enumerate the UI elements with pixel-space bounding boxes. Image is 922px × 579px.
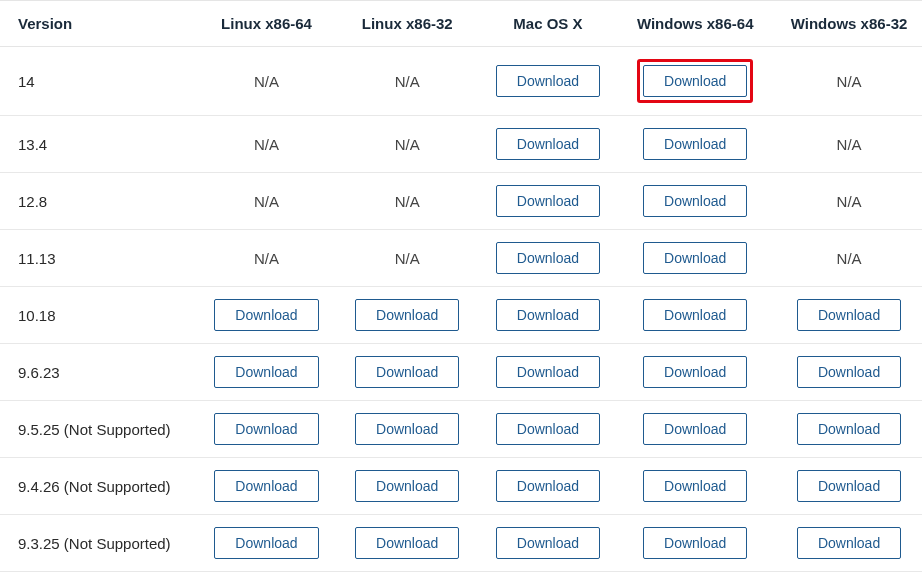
cell-linux32: Download: [333, 515, 474, 572]
na-label: N/A: [837, 73, 862, 90]
col-header-version: Version: [0, 1, 192, 47]
cell-win32: Download: [768, 344, 922, 401]
cell-linux32: N/A: [333, 173, 474, 230]
cell-macosx: Download: [474, 515, 615, 572]
table-row: 14N/AN/ADownloadDownloadN/A: [0, 47, 922, 116]
download-button-win64[interactable]: Download: [643, 413, 747, 445]
table-row: 10.18DownloadDownloadDownloadDownloadDow…: [0, 287, 922, 344]
cell-win64: Download: [614, 173, 768, 230]
na-label: N/A: [254, 73, 279, 90]
cell-macosx: Download: [474, 47, 615, 116]
cell-macosx: Download: [474, 287, 615, 344]
download-button-win64[interactable]: Download: [643, 185, 747, 217]
cell-win64: Download: [614, 401, 768, 458]
na-label: N/A: [395, 250, 420, 267]
cell-win32: N/A: [768, 47, 922, 116]
cell-macosx: Download: [474, 344, 615, 401]
table-row: 9.3.25 (Not Supported)DownloadDownloadDo…: [0, 515, 922, 572]
download-button-linux64[interactable]: Download: [214, 470, 318, 502]
cell-linux64: Download: [192, 401, 333, 458]
col-header-linux32: Linux x86-32: [333, 1, 474, 47]
na-label: N/A: [395, 193, 420, 210]
version-cell: 12.8: [0, 173, 192, 230]
download-button-linux64[interactable]: Download: [214, 527, 318, 559]
downloads-table: Version Linux x86-64 Linux x86-32 Mac OS…: [0, 0, 922, 572]
download-button-linux32[interactable]: Download: [355, 470, 459, 502]
cell-linux32: Download: [333, 401, 474, 458]
cell-win32: N/A: [768, 230, 922, 287]
download-button-linux64[interactable]: Download: [214, 299, 318, 331]
download-button-linux32[interactable]: Download: [355, 356, 459, 388]
download-button-win32[interactable]: Download: [797, 470, 901, 502]
na-label: N/A: [837, 136, 862, 153]
table-row: 9.6.23DownloadDownloadDownloadDownloadDo…: [0, 344, 922, 401]
download-button-win64[interactable]: Download: [643, 128, 747, 160]
cell-linux32: N/A: [333, 116, 474, 173]
version-cell: 10.18: [0, 287, 192, 344]
cell-linux64: N/A: [192, 47, 333, 116]
download-button-macosx[interactable]: Download: [496, 356, 600, 388]
cell-win64: Download: [614, 515, 768, 572]
download-button-macosx[interactable]: Download: [496, 527, 600, 559]
col-header-linux64: Linux x86-64: [192, 1, 333, 47]
cell-win32: Download: [768, 515, 922, 572]
cell-win32: Download: [768, 287, 922, 344]
cell-linux64: Download: [192, 287, 333, 344]
col-header-macosx: Mac OS X: [474, 1, 615, 47]
cell-win32: Download: [768, 458, 922, 515]
download-button-linux64[interactable]: Download: [214, 356, 318, 388]
na-label: N/A: [395, 73, 420, 90]
download-button-linux64[interactable]: Download: [214, 413, 318, 445]
col-header-win32: Windows x86-32: [768, 1, 922, 47]
na-label: N/A: [395, 136, 420, 153]
cell-linux64: Download: [192, 344, 333, 401]
table-row: 11.13N/AN/ADownloadDownloadN/A: [0, 230, 922, 287]
cell-win32: N/A: [768, 116, 922, 173]
cell-win64: Download: [614, 47, 768, 116]
download-button-win32[interactable]: Download: [797, 299, 901, 331]
na-label: N/A: [837, 193, 862, 210]
download-button-macosx[interactable]: Download: [496, 299, 600, 331]
download-button-macosx[interactable]: Download: [496, 185, 600, 217]
na-label: N/A: [837, 250, 862, 267]
download-button-macosx[interactable]: Download: [496, 128, 600, 160]
cell-win32: N/A: [768, 173, 922, 230]
table-row: 9.4.26 (Not Supported)DownloadDownloadDo…: [0, 458, 922, 515]
cell-linux32: Download: [333, 287, 474, 344]
download-button-macosx[interactable]: Download: [496, 65, 600, 97]
download-button-win32[interactable]: Download: [797, 527, 901, 559]
cell-win64: Download: [614, 287, 768, 344]
version-cell: 9.4.26 (Not Supported): [0, 458, 192, 515]
download-button-macosx[interactable]: Download: [496, 242, 600, 274]
download-button-win64[interactable]: Download: [643, 356, 747, 388]
table-row: 13.4N/AN/ADownloadDownloadN/A: [0, 116, 922, 173]
na-label: N/A: [254, 250, 279, 267]
download-button-win64[interactable]: Download: [643, 527, 747, 559]
cell-linux32: N/A: [333, 47, 474, 116]
download-button-win64[interactable]: Download: [643, 299, 747, 331]
cell-macosx: Download: [474, 173, 615, 230]
cell-linux32: N/A: [333, 230, 474, 287]
download-button-macosx[interactable]: Download: [496, 413, 600, 445]
cell-macosx: Download: [474, 116, 615, 173]
download-button-win32[interactable]: Download: [797, 356, 901, 388]
download-button-win32[interactable]: Download: [797, 413, 901, 445]
cell-win64: Download: [614, 116, 768, 173]
cell-linux64: N/A: [192, 116, 333, 173]
download-button-win64[interactable]: Download: [643, 470, 747, 502]
download-button-win64[interactable]: Download: [643, 242, 747, 274]
download-button-macosx[interactable]: Download: [496, 470, 600, 502]
version-cell: 9.5.25 (Not Supported): [0, 401, 192, 458]
na-label: N/A: [254, 136, 279, 153]
cell-macosx: Download: [474, 401, 615, 458]
na-label: N/A: [254, 193, 279, 210]
download-button-linux32[interactable]: Download: [355, 299, 459, 331]
download-button-win64[interactable]: Download: [643, 65, 747, 97]
cell-macosx: Download: [474, 458, 615, 515]
download-button-linux32[interactable]: Download: [355, 413, 459, 445]
download-button-linux32[interactable]: Download: [355, 527, 459, 559]
cell-linux64: Download: [192, 515, 333, 572]
cell-win64: Download: [614, 458, 768, 515]
cell-win64: Download: [614, 344, 768, 401]
cell-linux32: Download: [333, 458, 474, 515]
